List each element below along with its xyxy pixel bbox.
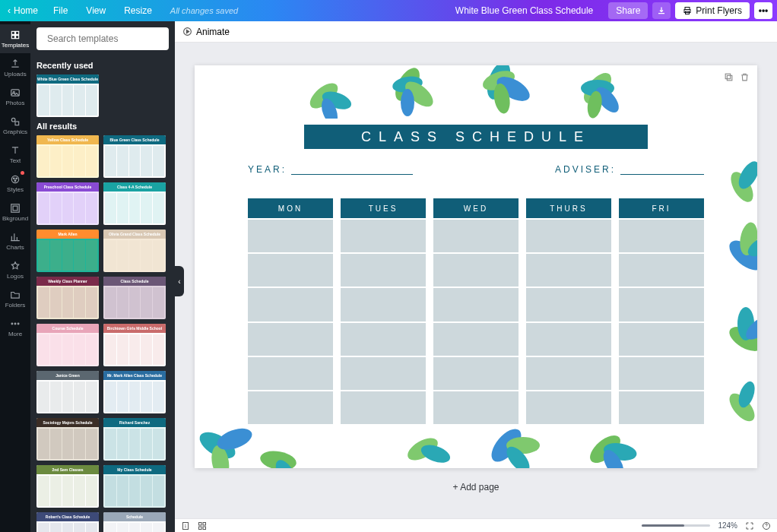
add-page-button[interactable]: + Add page <box>452 482 499 492</box>
template-thumb[interactable]: Olivia Grand Class Schedule <box>103 230 166 272</box>
time-slot[interactable] <box>341 254 426 287</box>
template-thumb[interactable]: Robert's Class Schedule <box>36 512 99 532</box>
template-thumb[interactable]: Mr. Mark Allen Class Schedule <box>103 371 166 413</box>
day-column[interactable]: TUES <box>341 198 426 424</box>
template-thumb[interactable]: 2nd Sem Classes <box>36 465 99 508</box>
resize-menu[interactable]: Resize <box>115 5 161 16</box>
download-button[interactable] <box>652 2 671 19</box>
design-page[interactable]: CLASS SCHEDULE YEAR: ADVISER: MONTUESWED… <box>195 65 757 468</box>
template-thumb[interactable]: Weekly Class Planner <box>36 277 99 319</box>
time-slot[interactable] <box>248 323 333 356</box>
time-slot[interactable] <box>248 220 333 252</box>
zoom-value[interactable]: 124% <box>718 521 737 530</box>
time-slot[interactable] <box>526 357 611 390</box>
day-column[interactable]: FRI <box>619 198 704 424</box>
delete-page-icon[interactable] <box>740 71 750 85</box>
rail-photos[interactable]: Photos <box>0 82 30 111</box>
time-slot[interactable] <box>248 288 333 321</box>
svg-rect-28 <box>727 75 732 81</box>
svg-point-14 <box>14 179 16 181</box>
time-slot[interactable] <box>619 391 704 424</box>
time-slot[interactable] <box>526 220 611 252</box>
home-button[interactable]: ‹ Home <box>0 5 44 16</box>
year-field[interactable]: YEAR: <box>248 164 413 175</box>
template-thumb[interactable]: Mark Allen <box>36 230 99 272</box>
template-thumb[interactable]: Schedule <box>103 512 166 532</box>
time-slot[interactable] <box>248 254 333 287</box>
time-slot[interactable] <box>248 391 333 424</box>
day-column[interactable]: WED <box>433 198 519 424</box>
template-thumb[interactable]: My Class Schedule <box>103 465 166 508</box>
more-menu-button[interactable]: ••• <box>754 2 772 19</box>
template-thumb[interactable]: Class 4-A Schedule <box>103 182 166 225</box>
template-thumb[interactable]: Yellow Class Schedule <box>36 135 99 178</box>
time-slot[interactable] <box>619 323 704 356</box>
time-slot[interactable] <box>433 357 519 390</box>
grid-view-icon[interactable] <box>198 521 207 530</box>
canvas-area[interactable]: CLASS SCHEDULE YEAR: ADVISER: MONTUESWED… <box>175 43 777 518</box>
day-column[interactable]: MON <box>248 198 333 424</box>
help-icon[interactable] <box>762 521 771 530</box>
time-slot[interactable] <box>341 220 426 252</box>
template-thumb[interactable]: Janice Green <box>36 371 99 413</box>
time-slot[interactable] <box>341 357 426 390</box>
template-thumb[interactable]: Richard Sanchez <box>103 418 166 461</box>
rail-text[interactable]: Text <box>0 140 30 169</box>
rail-logos[interactable]: Logos <box>0 255 30 284</box>
time-slot[interactable] <box>433 391 519 424</box>
rail-label: Charts <box>6 244 24 251</box>
time-slot[interactable] <box>341 323 426 356</box>
time-slot[interactable] <box>526 323 611 356</box>
view-menu[interactable]: View <box>77 5 115 16</box>
rail-charts[interactable]: Charts <box>0 226 30 255</box>
template-thumb[interactable]: White Blue Green Class Schedule <box>36 74 99 117</box>
zoom-slider[interactable] <box>642 524 710 527</box>
time-slot[interactable] <box>619 288 704 321</box>
print-flyers-button[interactable]: Print Flyers <box>675 2 750 19</box>
time-slot[interactable] <box>619 254 704 287</box>
day-header: THURS <box>526 198 611 218</box>
title-banner[interactable]: CLASS SCHEDULE <box>304 125 648 149</box>
rail-styles[interactable]: Styles <box>0 169 30 198</box>
svg-point-12 <box>13 177 14 179</box>
rail-templates[interactable]: Templates <box>0 24 30 53</box>
document-title[interactable]: White Blue Green Class Schedule <box>445 5 604 16</box>
time-slot[interactable] <box>433 220 519 252</box>
search-box[interactable] <box>36 27 169 50</box>
time-slot[interactable] <box>433 254 519 287</box>
templates-scroll[interactable]: Recently used White Blue Green Class Sch… <box>30 56 175 532</box>
adviser-field[interactable]: ADVISER: <box>555 164 704 175</box>
rail-graphics[interactable]: Graphics <box>0 111 30 140</box>
time-slot[interactable] <box>341 288 426 321</box>
day-column[interactable]: THURS <box>526 198 611 424</box>
time-slot[interactable] <box>248 357 333 390</box>
template-thumb[interactable]: Birchtown Girls Middle School <box>103 324 166 366</box>
animate-button[interactable]: Animate <box>182 27 230 37</box>
template-thumb[interactable]: Blue Green Class Schedule <box>103 135 166 178</box>
time-slot[interactable] <box>433 323 519 356</box>
time-slot[interactable] <box>619 220 704 252</box>
time-slot[interactable] <box>341 391 426 424</box>
fullscreen-icon[interactable] <box>745 521 754 530</box>
folders-icon <box>10 290 21 300</box>
duplicate-page-icon[interactable] <box>724 71 734 85</box>
share-button[interactable]: Share <box>608 2 648 19</box>
time-slot[interactable] <box>619 357 704 390</box>
file-menu[interactable]: File <box>44 5 77 16</box>
page-list-icon[interactable]: 1 <box>181 521 190 530</box>
template-thumb[interactable]: Class Schedule <box>103 277 166 319</box>
rail-folders[interactable]: Folders <box>0 284 30 313</box>
time-slot[interactable] <box>433 288 519 321</box>
time-slot[interactable] <box>526 288 611 321</box>
template-thumb[interactable]: Preschool Class Schedule <box>36 182 99 225</box>
time-slot[interactable] <box>526 254 611 287</box>
search-input[interactable] <box>47 33 161 44</box>
rail-background[interactable]: Bkground <box>0 198 30 226</box>
rail-uploads[interactable]: Uploads <box>0 53 30 82</box>
template-thumb[interactable]: Course Schedule <box>36 324 99 366</box>
rail-more[interactable]: More <box>0 313 30 342</box>
panel-collapse-handle[interactable]: ‹ <box>175 266 184 296</box>
time-slot[interactable] <box>526 391 611 424</box>
top-menubar: ‹ Home File View Resize All changes save… <box>0 0 777 21</box>
template-thumb[interactable]: Sociology Majors Schedule <box>36 418 99 461</box>
